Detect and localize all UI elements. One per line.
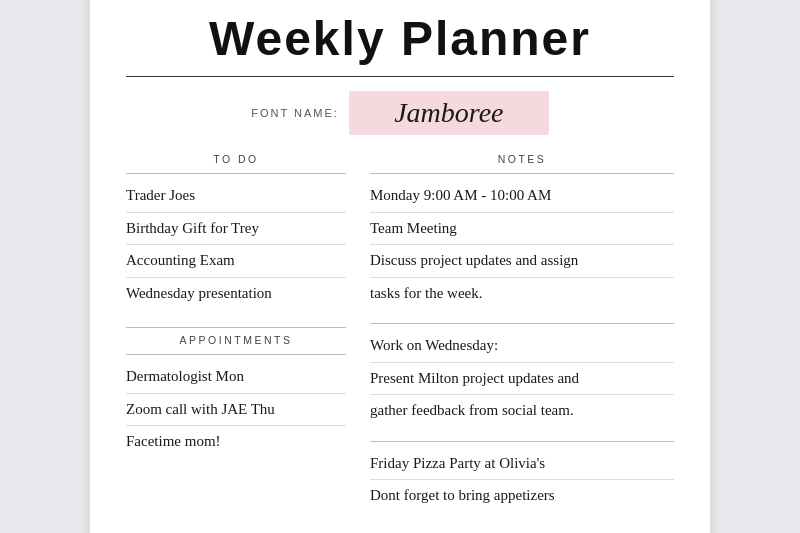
font-name-text: Jamboree [394, 97, 503, 128]
notes-header: NOTES [370, 153, 674, 165]
notes-line: Present Milton project updates and [370, 363, 674, 396]
appointments-header: APPOINTMENTS [126, 334, 346, 346]
appointments-list: Dermatologist Mon Zoom call with JAE Thu… [126, 361, 346, 458]
list-item: Wednesday presentation [126, 278, 346, 310]
notes-block-2: Work on Wednesday: Present Milton projec… [370, 330, 674, 427]
left-column: TO DO Trader Joes Birthday Gift for Trey… [126, 151, 346, 516]
list-item: Zoom call with JAE Thu [126, 394, 346, 427]
list-item: Facetime mom! [126, 426, 346, 458]
title-divider [126, 76, 674, 77]
notes-block-divider-2 [370, 441, 674, 442]
notes-line: Monday 9:00 AM - 10:00 AM [370, 180, 674, 213]
notes-divider [370, 173, 674, 174]
notes-block-divider-1 [370, 323, 674, 324]
todo-list: Trader Joes Birthday Gift for Trey Accou… [126, 180, 346, 309]
notes-block-3: Friday Pizza Party at Olivia's Dont forg… [370, 448, 674, 512]
planner-body: TO DO Trader Joes Birthday Gift for Trey… [126, 151, 674, 516]
list-item: Dermatologist Mon [126, 361, 346, 394]
appt-divider [126, 354, 346, 355]
notes-line: Friday Pizza Party at Olivia's [370, 448, 674, 481]
appt-top-divider [126, 327, 346, 328]
notes-line: gather feedback from social team. [370, 395, 674, 427]
planner-title: Weekly Planner [126, 13, 674, 66]
right-column: NOTES Monday 9:00 AM - 10:00 AM Team Mee… [370, 151, 674, 516]
notes-line: Discuss project updates and assign [370, 245, 674, 278]
font-name-row: FONT NAME: Jamboree [126, 91, 674, 135]
todo-divider [126, 173, 346, 174]
list-item: Accounting Exam [126, 245, 346, 278]
title-text: Weekly Planner [209, 12, 591, 65]
notes-line: Dont forget to bring appetizers [370, 480, 674, 512]
list-item: Trader Joes [126, 180, 346, 213]
notes-block-1: Monday 9:00 AM - 10:00 AM Team Meeting D… [370, 180, 674, 309]
list-item: Birthday Gift for Trey [126, 213, 346, 246]
font-name-box: Jamboree [349, 91, 549, 135]
notes-line: Work on Wednesday: [370, 330, 674, 363]
notes-line: Team Meeting [370, 213, 674, 246]
font-name-label: FONT NAME: [251, 107, 339, 119]
planner-card: Weekly Planner FONT NAME: Jamboree TO DO… [90, 0, 710, 533]
todo-header: TO DO [126, 153, 346, 165]
notes-line: tasks for the week. [370, 278, 674, 310]
